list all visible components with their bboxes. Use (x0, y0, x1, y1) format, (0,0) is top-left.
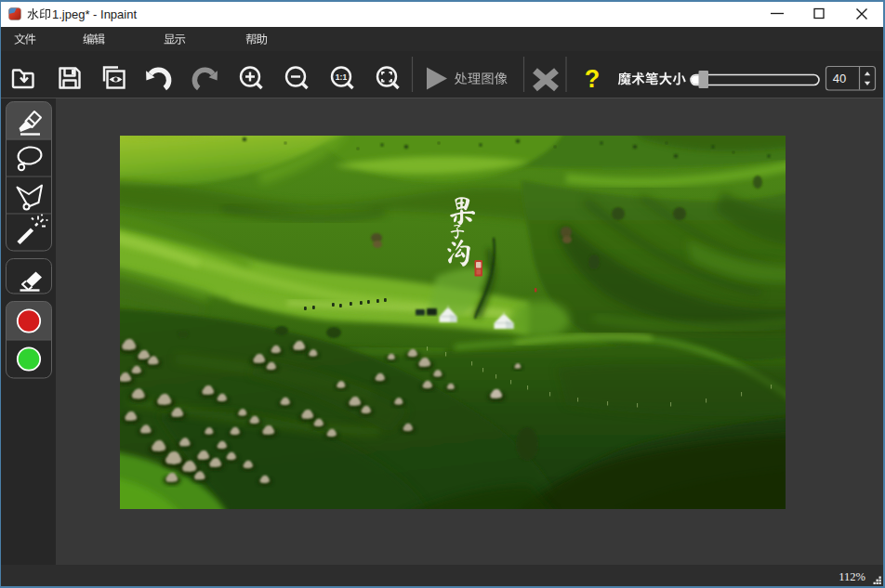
svg-text:1:1: 1:1 (336, 72, 348, 82)
svg-text:?: ? (585, 65, 601, 93)
svg-text:112%: 112% (839, 570, 865, 583)
svg-text:40: 40 (833, 72, 846, 85)
svg-text:1.jpeg* - Inpaint: 1.jpeg* - Inpaint (52, 7, 137, 21)
